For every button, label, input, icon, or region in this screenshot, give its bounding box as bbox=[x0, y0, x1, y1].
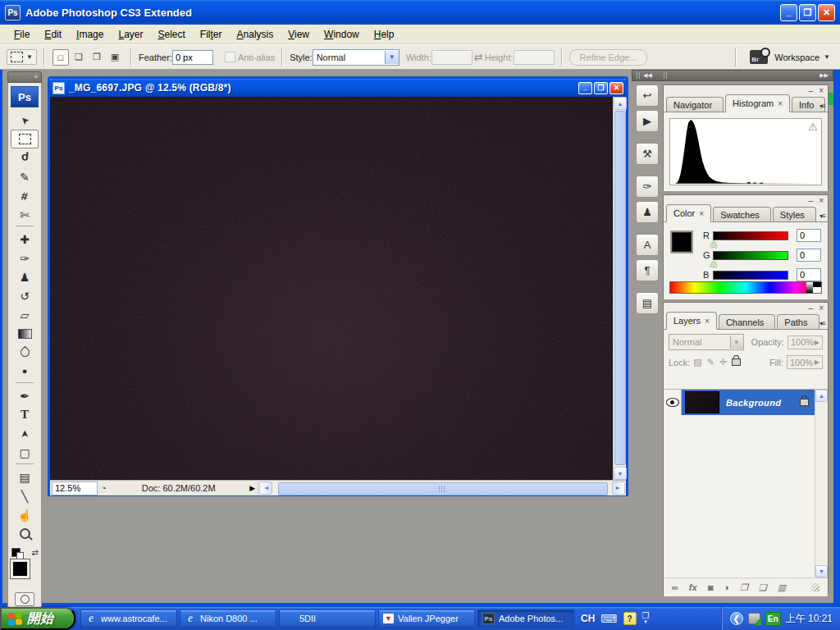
panel-minimize-icon[interactable]: – bbox=[809, 304, 814, 313]
minimize-button[interactable]: _ bbox=[780, 4, 797, 21]
add-to-selection-mode[interactable]: ❏ bbox=[71, 49, 87, 66]
bridge-icon[interactable]: Br bbox=[750, 50, 768, 64]
blue-value-input[interactable]: 0 bbox=[797, 268, 821, 281]
pen-tool[interactable]: ✒ bbox=[11, 386, 39, 405]
tool-presets-panel-icon[interactable]: ⚒ bbox=[636, 143, 659, 165]
style-dropdown[interactable]: Normal ▼ bbox=[313, 49, 399, 66]
panel-tab[interactable]: Styles bbox=[773, 207, 816, 221]
panel-flyout-icon[interactable]: ▾≡ bbox=[819, 103, 825, 110]
horizontal-scrollbar[interactable]: ▲ ▲ bbox=[258, 482, 626, 495]
taskbar-item-vallen[interactable]: ▼ Vallen JPegger bbox=[378, 609, 475, 628]
histogram-warning-icon[interactable]: ⚠ bbox=[808, 121, 818, 133]
panel-minimize-icon[interactable]: – bbox=[809, 197, 814, 205]
opacity-value[interactable]: 100%▶ bbox=[788, 336, 823, 349]
chevron-down-icon[interactable]: ▼ bbox=[385, 51, 399, 64]
panel-tab[interactable]: Channels bbox=[719, 314, 775, 329]
new-layer-icon[interactable]: ❏ bbox=[759, 582, 767, 593]
scroll-down-icon[interactable]: ▼ bbox=[815, 565, 828, 578]
blend-mode-dropdown[interactable]: Normal ▼ bbox=[669, 334, 744, 350]
panel-close-icon[interactable]: × bbox=[819, 87, 824, 95]
dodge-tool[interactable]: ● bbox=[11, 362, 39, 381]
move-tool[interactable]: ➤ bbox=[11, 111, 39, 130]
workspace-menu[interactable]: Workspace ▼ bbox=[774, 52, 830, 62]
rectangular-marquee-tool[interactable] bbox=[11, 130, 39, 148]
dock-header[interactable]: ◀◀ ▶▶ bbox=[632, 70, 833, 81]
clone-source-panel-icon[interactable]: ♟ bbox=[636, 201, 659, 223]
taskbar-item-astrocafe[interactable]: e www.astrocafe... bbox=[80, 609, 177, 628]
layer-row-background[interactable]: Background bbox=[664, 390, 815, 415]
gradient-tool[interactable] bbox=[11, 324, 39, 343]
actions-panel-icon[interactable]: ▶ bbox=[636, 110, 659, 132]
scroll-left-icon[interactable]: ▲ bbox=[259, 482, 272, 495]
hand-tool[interactable]: ☝ bbox=[11, 505, 39, 524]
green-slider-marker[interactable] bbox=[710, 261, 717, 267]
menu-item[interactable]: Filter bbox=[193, 25, 230, 43]
healing-brush-tool[interactable]: ✚ bbox=[11, 230, 39, 249]
menu-item[interactable]: Layer bbox=[111, 25, 150, 43]
swap-colors-icon[interactable]: ⇄ bbox=[32, 548, 39, 557]
lock-pixels-icon[interactable]: ✎ bbox=[707, 357, 714, 368]
quick-mask-button[interactable] bbox=[15, 592, 34, 606]
tray-collapse-icon[interactable]: ❮ bbox=[730, 612, 743, 625]
crop-tool[interactable]: # bbox=[11, 186, 39, 205]
menu-item[interactable]: Image bbox=[69, 25, 111, 43]
tray-language-badge[interactable]: En bbox=[765, 612, 781, 626]
document-titlebar[interactable]: Ps _MG_6697.JPG @ 12.5% (RGB/8*) _ ❐ ✕ bbox=[50, 79, 626, 97]
history-panel-icon[interactable]: ↩ bbox=[636, 84, 659, 107]
layer-visibility-cell[interactable] bbox=[664, 390, 682, 415]
menu-item[interactable]: View bbox=[281, 25, 317, 43]
restore-button[interactable]: ❐ bbox=[799, 4, 816, 21]
eyedropper-tool[interactable]: ╲ bbox=[11, 486, 39, 505]
panel-tab[interactable]: Navigator bbox=[666, 97, 724, 112]
character-panel-icon[interactable]: A bbox=[636, 234, 659, 256]
history-brush-tool[interactable]: ↺ bbox=[11, 286, 39, 305]
language-indicator[interactable]: CH bbox=[581, 613, 595, 624]
delete-layer-icon[interactable]: ▥ bbox=[778, 582, 786, 593]
vertical-scroll-thumb[interactable] bbox=[614, 111, 626, 465]
scroll-down-icon[interactable]: ▼ bbox=[614, 467, 627, 480]
lock-all-icon[interactable] bbox=[732, 358, 741, 366]
zoom-level-field[interactable]: 12.5% bbox=[52, 482, 98, 495]
panel-flyout-icon[interactable]: ▾≡ bbox=[819, 212, 825, 220]
layer-thumbnail[interactable] bbox=[685, 391, 719, 413]
slice-tool[interactable]: ✄ bbox=[11, 205, 39, 224]
doc-minimize-button[interactable]: _ bbox=[578, 82, 592, 94]
language-options-icon[interactable]: ❐▾ bbox=[642, 613, 650, 624]
start-button[interactable]: 開始 bbox=[0, 607, 75, 630]
scroll-right-icon[interactable]: ▲ bbox=[612, 482, 625, 495]
menu-item[interactable]: Select bbox=[150, 25, 192, 43]
lasso-tool[interactable]: ρ bbox=[11, 148, 39, 167]
scroll-up-icon[interactable]: ▲ bbox=[614, 97, 627, 110]
brushes-panel-icon[interactable]: ✑ bbox=[636, 176, 659, 198]
lock-transparency-icon[interactable]: ▨ bbox=[693, 357, 701, 368]
fill-value[interactable]: 100%▶ bbox=[787, 355, 823, 369]
menu-item[interactable]: Window bbox=[317, 25, 367, 43]
safely-remove-hardware-icon[interactable] bbox=[748, 613, 760, 624]
color-panel-foreground-swatch[interactable] bbox=[672, 232, 692, 252]
document-canvas[interactable] bbox=[50, 97, 613, 480]
collapse-left-icon[interactable]: ◀◀ bbox=[643, 72, 652, 79]
paragraph-panel-icon[interactable]: ¶ bbox=[636, 259, 659, 281]
new-selection-mode[interactable]: □ bbox=[52, 49, 69, 66]
notes-tool[interactable]: ▤ bbox=[11, 468, 39, 486]
panel-tab[interactable]: Histogram× bbox=[725, 94, 790, 112]
new-group-icon[interactable]: ❒ bbox=[740, 582, 748, 593]
anti-alias-checkbox[interactable] bbox=[225, 52, 235, 62]
layer-name[interactable]: Background bbox=[726, 398, 800, 408]
layer-comps-panel-icon[interactable]: ▤ bbox=[636, 292, 659, 314]
taskbar-item-photoshop[interactable]: Ps Adobe Photos... bbox=[477, 609, 574, 628]
taskbar-item-nikon[interactable]: e Nikon D800 ... bbox=[180, 609, 276, 628]
blur-tool[interactable] bbox=[11, 343, 39, 362]
keyboard-icon[interactable]: ⌨ bbox=[600, 612, 617, 625]
blue-slider[interactable] bbox=[713, 271, 788, 280]
lock-position-icon[interactable]: ✛ bbox=[719, 357, 727, 368]
foreground-color-swatch[interactable] bbox=[11, 559, 30, 578]
feather-input[interactable] bbox=[172, 50, 213, 65]
green-slider[interactable] bbox=[713, 251, 788, 260]
menu-item[interactable]: Help bbox=[367, 25, 402, 43]
path-selection-tool[interactable]: ➤ bbox=[11, 424, 39, 443]
panel-flyout-icon[interactable]: ▾≡ bbox=[819, 320, 825, 327]
toolbox-collapse-bar[interactable]: » bbox=[7, 71, 42, 83]
height-input[interactable] bbox=[514, 50, 555, 65]
red-slider[interactable] bbox=[713, 231, 788, 240]
